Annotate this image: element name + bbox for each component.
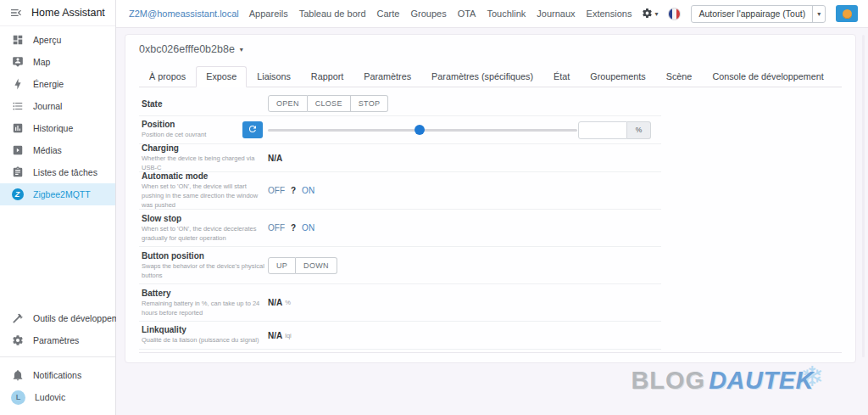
expose-row-button-position: Button positionSwaps the behavior of the… [139,247,661,284]
sidebar-item-historique[interactable]: Historique [0,117,115,139]
tab-parametres[interactable]: Paramètres [353,66,421,87]
automatic-mode-toggle: OFF?ON [268,186,314,195]
nav-link-ota[interactable]: OTA [458,8,476,19]
nav-link-carte[interactable]: Carte [377,8,400,19]
state-close-button[interactable]: CLOSE [308,95,351,112]
sidebar-item-parametres[interactable]: Paramètres [0,329,115,351]
position-refresh-button[interactable] [242,121,263,138]
tab-expose[interactable]: Expose [196,66,247,87]
button-position-up-button[interactable]: UP [268,257,296,274]
expose-control: OPENCLOSESTOP [268,95,661,112]
expose-row-automatic-mode: Automatic modeWhen set to 'ON', the devi… [139,172,661,210]
navbar-extra-button[interactable] [836,5,858,22]
nav-link-appareils[interactable]: Appareils [249,8,288,19]
expose-label: State [142,98,269,108]
scrollbar[interactable] [862,35,865,357]
tab-liaisons[interactable]: Liaisons [247,66,301,87]
expose-description: When set to 'ON', the device will start … [142,182,269,210]
position-unit-addon: % [627,121,651,139]
device-id-dropdown[interactable]: 0xbc026efffe0b2b8e ▾ [139,43,842,55]
expose-label-block: BatteryRemaining battery in %, can take … [142,288,269,317]
sidebar-item-map[interactable]: Map [0,51,115,73]
nav-link-tableau-de-bord[interactable]: Tableau de bord [299,8,366,19]
tab-scene[interactable]: Scène [656,66,703,87]
sidebar-item-label: Médias [33,145,62,155]
sidebar-item-zigbee2mqtt[interactable]: ZZigbee2MQTT [0,183,115,205]
slider-thumb[interactable] [415,125,425,135]
permit-join-button[interactable]: Autoriser l'appairage (Tout) ▾ [691,5,826,23]
user-avatar: L [11,390,25,405]
linkquality-value: N/A [268,331,282,340]
state-stop-button[interactable]: STOP [351,95,389,112]
expose-description: Remaining battery in %, can take up to 2… [142,298,269,317]
history-chart-icon [11,122,24,135]
device-tabs: À proposExposeLiaisonsRapportParamètresP… [139,66,842,87]
button-position-down-button[interactable]: DOWN [296,257,337,274]
sidebar-item-notifications[interactable]: Notifications [0,364,115,386]
expose-row-slow-stop: Slow stopWhen set to 'ON', the device de… [139,210,661,247]
table-bottom-divider [139,352,842,353]
battery-unit: % [285,299,291,306]
expose-control: OFF?ON [268,223,661,233]
expose-row-position: PositionPosition de cet ouvrant% [139,116,661,144]
expose-control: N/Alqi [268,331,661,340]
tab-groupements[interactable]: Groupements [580,66,655,87]
nav-link-groupes[interactable]: Groupes [410,8,446,19]
sidebar-header: Home Assistant [0,0,115,26]
sidebar-item-outils-de-developpement[interactable]: Outils de développement [0,307,115,329]
permit-join-caret[interactable]: ▾ [812,6,825,22]
exposes-table: StateOPENCLOSESTOPPositionPosition de ce… [139,91,842,350]
tab-parametres-specifiques[interactable]: Paramètres (spécifiques) [421,66,543,87]
nav-link-journaux[interactable]: Journaux [537,8,575,19]
slow-stop-on-option[interactable]: ON [302,223,314,233]
nav-settings-menu[interactable]: ▾ [642,8,658,20]
slow-stop-toggle: OFF?ON [268,223,314,233]
position-input[interactable] [578,121,627,139]
logbook-list-icon [11,100,24,113]
expose-control: N/A% [268,298,661,307]
sidebar-bottom: Notifications L Ludovic [0,364,115,415]
automatic-mode-off-option[interactable]: OFF [268,186,285,195]
sidebar-item-label: Map [33,57,50,67]
nav-link-touchlink[interactable]: Touchlink [487,8,526,19]
tab-a-propos[interactable]: À propos [139,66,196,87]
expose-description: When set to 'ON', the device decelerates… [142,223,269,243]
tab-console-de-developpement[interactable]: Console de développement [702,66,833,87]
sidebar-nav: AperçuMapÉnergieJournalHistoriqueMédiasL… [0,26,115,205]
sidebar-item-energie[interactable]: Énergie [0,73,115,95]
sidebar-item-journal[interactable]: Journal [0,95,115,117]
hammer-icon [11,312,24,325]
slow-stop-off-option[interactable]: OFF [268,223,285,233]
charging-value: N/A [268,154,282,163]
expose-row-state: StateOPENCLOSESTOP [139,91,661,116]
sidebar-item-user[interactable]: L Ludovic [0,386,115,408]
nav-link-extensions[interactable]: Extensions [587,8,632,19]
device-card: 0xbc026efffe0b2b8e ▾ À proposExposeLiais… [125,34,856,363]
language-flag-icon[interactable] [668,8,681,20]
expose-label-block: State [142,98,269,108]
sidebar-item-medias[interactable]: Médias [0,139,115,161]
chevron-down-icon: ▾ [654,10,658,18]
z2m-brand-link[interactable]: Z2M@homeassistant.local [129,8,239,19]
position-slider[interactable] [268,125,577,135]
sidebar-item-label: Aperçu [33,35,61,45]
expose-description: Swaps the behavior of the device's physi… [142,261,269,280]
automatic-mode-unknown-option[interactable]: ? [291,186,296,195]
coin-icon [843,9,852,19]
expose-label-block: ChargingWhether the device is being char… [142,143,269,173]
menu-open-icon[interactable] [9,6,23,20]
slow-stop-unknown-option[interactable]: ? [291,223,296,233]
tab-rapport[interactable]: Rapport [301,66,353,87]
map-tooltip-icon [11,56,24,69]
tab-etat[interactable]: État [543,66,580,87]
expose-row-battery: BatteryRemaining battery in %, can take … [139,284,661,322]
state-open-button[interactable]: OPEN [268,95,308,112]
chevron-down-icon: ▾ [240,46,243,53]
lightning-bolt-icon [11,78,24,91]
sidebar-item-apercu[interactable]: Aperçu [0,29,115,51]
expose-control: N/A [268,154,661,163]
expose-control: OFF?ON [268,186,661,195]
automatic-mode-on-option[interactable]: ON [302,186,314,195]
sidebar-item-listes-de-taches[interactable]: Listes de tâches [0,161,115,183]
device-id: 0xbc026efffe0b2b8e [139,43,235,55]
